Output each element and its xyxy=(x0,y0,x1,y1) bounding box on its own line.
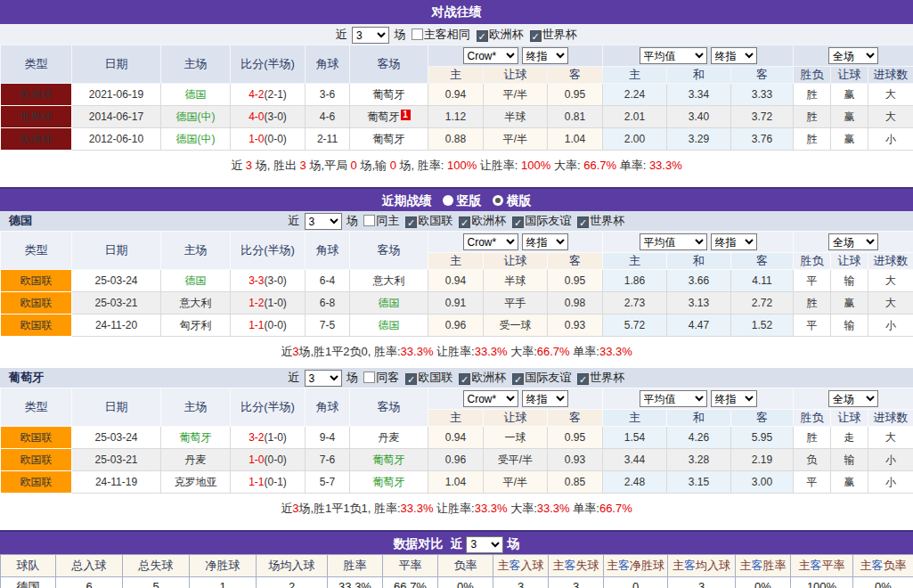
compare-value-cell: 0% xyxy=(438,577,493,588)
match-date-cell: 25-03-21 xyxy=(72,292,161,314)
away-team-cell: 葡萄牙 xyxy=(350,471,428,494)
result-cell: 胜 xyxy=(794,427,831,449)
team1-avg-stage-select[interactable]: 终指 xyxy=(711,233,757,250)
team2-checkbox-1[interactable]: ✓ xyxy=(405,373,417,385)
team2-checkbox-3[interactable]: ✓ xyxy=(512,373,524,385)
h2h-odds-stage-select[interactable]: 终指 xyxy=(522,47,568,64)
team1-checkbox-2[interactable]: ✓ xyxy=(459,216,470,228)
match-type-cell: 欧洲杯 xyxy=(1,84,72,106)
away-team-cell: 德国 xyxy=(350,314,428,337)
result-cell: 输 xyxy=(831,449,868,471)
h2h-match-row: 欧洲杯2021-06-19德国4-2(2-1)3-6葡萄牙0.94平/半0.95… xyxy=(1,84,913,106)
team1-col-1: 日期 xyxy=(72,232,161,270)
team1-bookmaker-select[interactable]: Crow* xyxy=(463,233,518,250)
result-cell: 输 xyxy=(831,314,868,337)
team1-checkbox-1[interactable]: ✓ xyxy=(405,216,417,228)
h2h-checkbox-2[interactable]: ✓ xyxy=(530,30,542,42)
corner-cell: 9-4 xyxy=(306,427,350,449)
layout-radio-label-1[interactable]: 横版 xyxy=(507,193,532,208)
compare-title: 数据对比 xyxy=(394,536,444,551)
team1-avg-group: 平均值终指 xyxy=(603,232,794,253)
h2h-scope-select[interactable]: 全场 xyxy=(828,47,878,64)
team2-odds-stage-select[interactable]: 终指 xyxy=(522,390,568,407)
odds-cell: 受平/半 xyxy=(484,449,548,471)
team2-match-row: 欧国联25-03-21丹麦1-0(0-0)7-6葡萄牙0.96受平/半0.933… xyxy=(1,449,913,471)
team2-games-label: 场 xyxy=(344,371,359,384)
score-cell: 4-0(3-0) xyxy=(231,106,306,128)
h2h-avg-type-select[interactable]: 平均值 xyxy=(640,47,707,64)
h2h-match-count-select[interactable]: 3 xyxy=(352,27,389,44)
odds-cell: 一球 xyxy=(484,427,548,449)
result-cell: 赢 xyxy=(831,292,868,314)
team1-scope-select[interactable]: 全场 xyxy=(828,233,878,250)
corner-cell: 5-7 xyxy=(306,471,350,494)
compare-value-cell: 3 xyxy=(493,577,549,588)
h2h-subcol-5: 客 xyxy=(731,67,794,84)
avg-cell: 4.26 xyxy=(667,427,731,449)
away-team-name: 葡萄牙 xyxy=(368,110,400,123)
summary-value: 33.3% xyxy=(599,345,632,358)
odds-cell: 半球 xyxy=(484,270,548,292)
compare-count-select[interactable]: 3 xyxy=(466,536,503,553)
summary-label: 单率: xyxy=(570,502,599,515)
halftime-score: (0-0) xyxy=(265,453,287,466)
team2-filter: 近 3 场同客✓欧国联✓欧洲杯✓国际友谊✓世界杯 xyxy=(288,371,625,384)
summary-label: 大率: xyxy=(508,345,537,358)
result-cell: 小 xyxy=(868,471,913,494)
away-team-name: 葡萄牙 xyxy=(373,133,405,145)
summary-value: 33.3% xyxy=(475,345,508,358)
compare-table: 球队总入球总失球净胜球场均入球胜率平率负率主客入球主客失球主客净胜球主客均入球主… xyxy=(0,554,913,588)
team1-avg-type-select[interactable]: 平均值 xyxy=(640,233,707,250)
compare-value-cell: 5 xyxy=(123,577,190,588)
team2-match-count-select[interactable]: 3 xyxy=(305,370,342,387)
team1-subcol-7: 让球 xyxy=(831,253,868,270)
team1-col-3: 比分(半场) xyxy=(231,232,306,270)
result-cell: 平 xyxy=(794,314,831,337)
team2-subcol-0: 主 xyxy=(428,410,484,427)
avg-cell: 3.34 xyxy=(667,84,731,106)
team1-match-count-select[interactable]: 3 xyxy=(305,213,342,230)
team2-col-3: 比分(半场) xyxy=(231,388,306,427)
team1-checkbox-4[interactable]: ✓ xyxy=(577,216,589,228)
odds-cell: 0.98 xyxy=(548,292,603,314)
corner-cell: 7-5 xyxy=(306,314,350,337)
result-cell: 输 xyxy=(831,270,868,292)
odds-cell: 0.96 xyxy=(428,314,484,337)
team1-checkbox-0[interactable] xyxy=(363,215,375,226)
team2-avg-type-select[interactable]: 平均值 xyxy=(640,390,707,407)
team2-subcol-8: 进球数 xyxy=(868,410,913,427)
team2-subcol-1: 让球 xyxy=(484,410,548,427)
layout-radio-label-0[interactable]: 竖版 xyxy=(457,193,482,208)
team2-subcol-5: 客 xyxy=(731,410,794,427)
h2h-col-4: 角球 xyxy=(306,45,350,84)
away-team-cell: 意大利 xyxy=(350,270,428,292)
h2h-checkbox-1[interactable]: ✓ xyxy=(477,30,488,42)
result-cell: 赢 xyxy=(831,106,868,128)
team2-checkbox-0[interactable] xyxy=(363,372,375,383)
avg-cell: 2.24 xyxy=(603,84,667,106)
result-cell: 胜 xyxy=(794,84,831,106)
team2-subcol-3: 主 xyxy=(603,410,667,427)
team2-col-0: 类型 xyxy=(1,388,72,427)
result-cell: 大 xyxy=(868,106,913,128)
team1-checkbox-label-2: 欧洲杯 xyxy=(471,214,506,227)
team2-avg-stage-select[interactable]: 终指 xyxy=(711,390,757,407)
h2h-bookmaker-select[interactable]: Crow* xyxy=(463,47,518,64)
team2-scope-select[interactable]: 全场 xyxy=(828,390,878,407)
h2h-avg-stage-select[interactable]: 终指 xyxy=(711,47,757,64)
score-cell: 1-1(0-1) xyxy=(231,471,306,494)
h2h-checkbox-0[interactable] xyxy=(412,29,423,40)
layout-radio-1[interactable] xyxy=(493,195,503,206)
layout-radio-0[interactable] xyxy=(443,195,453,206)
team2-checkbox-4[interactable]: ✓ xyxy=(577,373,589,385)
team2-bookmaker-select[interactable]: Crow* xyxy=(463,390,518,407)
fulltime-score: 1-0 xyxy=(249,453,264,466)
away-team-name: 丹麦 xyxy=(379,431,400,444)
team1-odds-stage-select[interactable]: 终指 xyxy=(522,233,568,250)
corner-cell: 7-6 xyxy=(306,449,350,471)
away-team-cell: 葡萄牙 xyxy=(350,84,428,106)
match-date-cell: 25-03-24 xyxy=(72,427,161,449)
team2-checkbox-2[interactable]: ✓ xyxy=(459,373,470,385)
home-team-name: 德国(中) xyxy=(176,133,216,145)
team1-checkbox-3[interactable]: ✓ xyxy=(512,216,524,228)
